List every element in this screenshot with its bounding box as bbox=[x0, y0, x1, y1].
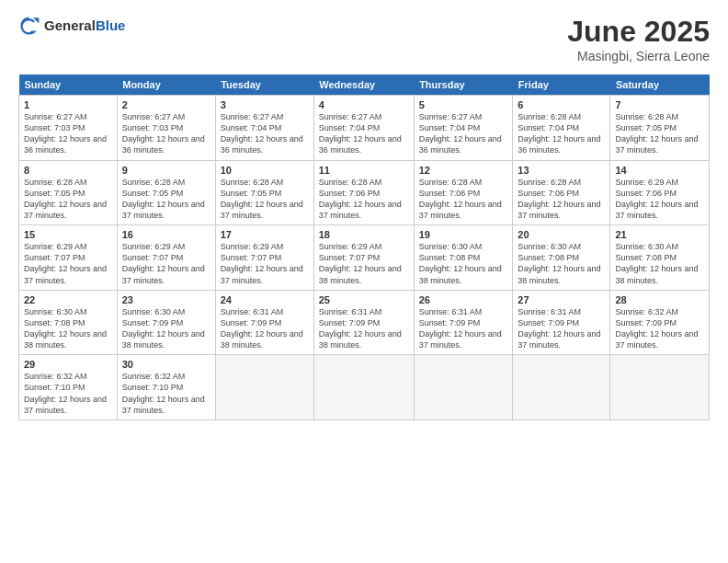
cell-info: Sunrise: 6:28 AMSunset: 7:05 PMDaylight:… bbox=[221, 178, 303, 220]
calendar-table: Sunday Monday Tuesday Wednesday Thursday… bbox=[18, 75, 710, 420]
cell-info: Sunrise: 6:31 AMSunset: 7:09 PMDaylight:… bbox=[319, 307, 402, 350]
table-row: 2 Sunrise: 6:27 AMSunset: 7:03 PMDayligh… bbox=[117, 96, 215, 161]
logo-blue: Blue bbox=[96, 17, 126, 33]
table-row: 23 Sunrise: 6:30 AMSunset: 7:09 PMDaylig… bbox=[117, 290, 215, 355]
logo-icon bbox=[18, 15, 40, 37]
table-row: 29 Sunrise: 6:32 AMSunset: 7:10 PMDaylig… bbox=[19, 355, 118, 420]
header-saturday: Saturday bbox=[610, 75, 710, 96]
cell-info: Sunrise: 6:30 AMSunset: 7:08 PMDaylight:… bbox=[24, 307, 107, 350]
day-number: 12 bbox=[419, 165, 508, 176]
day-number: 8 bbox=[24, 165, 112, 176]
week-row: 1 Sunrise: 6:27 AMSunset: 7:03 PMDayligh… bbox=[19, 96, 710, 161]
cell-info: Sunrise: 6:29 AMSunset: 7:07 PMDaylight:… bbox=[122, 242, 205, 284]
logo-text: GeneralBlue bbox=[44, 17, 125, 34]
day-number: 30 bbox=[122, 359, 210, 370]
day-number: 20 bbox=[518, 229, 605, 240]
table-row: 13 Sunrise: 6:28 AMSunset: 7:06 PMDaylig… bbox=[513, 160, 610, 225]
day-number: 25 bbox=[319, 294, 409, 305]
logo: GeneralBlue bbox=[18, 15, 125, 37]
logo-general: General bbox=[44, 17, 96, 33]
table-row: 18 Sunrise: 6:29 AMSunset: 7:07 PMDaylig… bbox=[313, 225, 414, 291]
day-number: 1 bbox=[24, 99, 112, 110]
table-row: 17 Sunrise: 6:29 AMSunset: 7:07 PMDaylig… bbox=[215, 225, 313, 291]
table-row: 15 Sunrise: 6:29 AMSunset: 7:07 PMDaylig… bbox=[19, 225, 118, 291]
cell-info: Sunrise: 6:31 AMSunset: 7:09 PMDaylight:… bbox=[518, 307, 600, 350]
cell-info: Sunrise: 6:30 AMSunset: 7:08 PMDaylight:… bbox=[615, 242, 698, 284]
table-row: 10 Sunrise: 6:28 AMSunset: 7:05 PMDaylig… bbox=[215, 160, 313, 225]
table-row bbox=[215, 355, 313, 420]
table-row: 16 Sunrise: 6:29 AMSunset: 7:07 PMDaylig… bbox=[117, 225, 215, 291]
table-row: 19 Sunrise: 6:30 AMSunset: 7:08 PMDaylig… bbox=[414, 225, 513, 291]
header-thursday: Thursday bbox=[414, 75, 513, 96]
calendar-subtitle: Masingbi, Sierra Leone bbox=[567, 49, 710, 63]
header-sunday: Sunday bbox=[19, 75, 118, 96]
cell-info: Sunrise: 6:28 AMSunset: 7:04 PMDaylight:… bbox=[518, 112, 600, 155]
cell-info: Sunrise: 6:30 AMSunset: 7:08 PMDaylight:… bbox=[518, 242, 600, 284]
day-number: 3 bbox=[221, 99, 309, 110]
table-row bbox=[313, 355, 414, 420]
header-tuesday: Tuesday bbox=[215, 75, 313, 96]
cell-info: Sunrise: 6:31 AMSunset: 7:09 PMDaylight:… bbox=[419, 307, 502, 350]
cell-info: Sunrise: 6:28 AMSunset: 7:05 PMDaylight:… bbox=[24, 178, 107, 220]
day-number: 16 bbox=[122, 229, 210, 240]
table-row: 22 Sunrise: 6:30 AMSunset: 7:08 PMDaylig… bbox=[19, 290, 118, 355]
table-row bbox=[610, 355, 710, 420]
header-monday: Monday bbox=[117, 75, 215, 96]
header-friday: Friday bbox=[513, 75, 610, 96]
table-row: 27 Sunrise: 6:31 AMSunset: 7:09 PMDaylig… bbox=[513, 290, 610, 355]
cell-info: Sunrise: 6:29 AMSunset: 7:07 PMDaylight:… bbox=[24, 242, 107, 284]
cell-info: Sunrise: 6:27 AMSunset: 7:03 PMDaylight:… bbox=[24, 112, 107, 155]
day-number: 13 bbox=[518, 165, 605, 176]
cell-info: Sunrise: 6:32 AMSunset: 7:10 PMDaylight:… bbox=[122, 372, 205, 414]
week-row: 29 Sunrise: 6:32 AMSunset: 7:10 PMDaylig… bbox=[19, 355, 710, 420]
table-row: 1 Sunrise: 6:27 AMSunset: 7:03 PMDayligh… bbox=[19, 96, 118, 161]
cell-info: Sunrise: 6:29 AMSunset: 7:06 PMDaylight:… bbox=[615, 178, 698, 220]
day-number: 19 bbox=[419, 229, 508, 240]
header-row: Sunday Monday Tuesday Wednesday Thursday… bbox=[19, 75, 710, 96]
cell-info: Sunrise: 6:27 AMSunset: 7:04 PMDaylight:… bbox=[419, 112, 502, 155]
header-wednesday: Wednesday bbox=[313, 75, 414, 96]
table-row bbox=[513, 355, 610, 420]
table-row: 7 Sunrise: 6:28 AMSunset: 7:05 PMDayligh… bbox=[610, 96, 710, 161]
table-row: 12 Sunrise: 6:28 AMSunset: 7:06 PMDaylig… bbox=[414, 160, 513, 225]
table-row: 24 Sunrise: 6:31 AMSunset: 7:09 PMDaylig… bbox=[215, 290, 313, 355]
day-number: 17 bbox=[221, 229, 309, 240]
table-row: 26 Sunrise: 6:31 AMSunset: 7:09 PMDaylig… bbox=[414, 290, 513, 355]
day-number: 10 bbox=[221, 165, 309, 176]
cell-info: Sunrise: 6:28 AMSunset: 7:05 PMDaylight:… bbox=[122, 178, 205, 220]
table-row: 30 Sunrise: 6:32 AMSunset: 7:10 PMDaylig… bbox=[117, 355, 215, 420]
cell-info: Sunrise: 6:27 AMSunset: 7:04 PMDaylight:… bbox=[319, 112, 402, 155]
day-number: 9 bbox=[122, 165, 210, 176]
table-row: 28 Sunrise: 6:32 AMSunset: 7:09 PMDaylig… bbox=[610, 290, 710, 355]
table-row: 25 Sunrise: 6:31 AMSunset: 7:09 PMDaylig… bbox=[313, 290, 414, 355]
week-row: 15 Sunrise: 6:29 AMSunset: 7:07 PMDaylig… bbox=[19, 225, 710, 291]
calendar-page: GeneralBlue June 2025 Masingbi, Sierra L… bbox=[0, 0, 728, 563]
day-number: 21 bbox=[615, 229, 704, 240]
calendar-title: June 2025 bbox=[567, 15, 710, 49]
cell-info: Sunrise: 6:27 AMSunset: 7:04 PMDaylight:… bbox=[221, 112, 303, 155]
day-number: 15 bbox=[24, 229, 112, 240]
table-row: 9 Sunrise: 6:28 AMSunset: 7:05 PMDayligh… bbox=[117, 160, 215, 225]
table-row: 20 Sunrise: 6:30 AMSunset: 7:08 PMDaylig… bbox=[513, 225, 610, 291]
table-row: 11 Sunrise: 6:28 AMSunset: 7:06 PMDaylig… bbox=[313, 160, 414, 225]
title-block: June 2025 Masingbi, Sierra Leone bbox=[567, 15, 710, 63]
table-row: 21 Sunrise: 6:30 AMSunset: 7:08 PMDaylig… bbox=[610, 225, 710, 291]
day-number: 27 bbox=[518, 294, 605, 305]
day-number: 18 bbox=[319, 229, 409, 240]
day-number: 29 bbox=[24, 359, 112, 370]
table-row: 14 Sunrise: 6:29 AMSunset: 7:06 PMDaylig… bbox=[610, 160, 710, 225]
cell-info: Sunrise: 6:32 AMSunset: 7:09 PMDaylight:… bbox=[615, 307, 698, 350]
day-number: 23 bbox=[122, 294, 210, 305]
day-number: 6 bbox=[518, 99, 605, 110]
table-row: 4 Sunrise: 6:27 AMSunset: 7:04 PMDayligh… bbox=[313, 96, 414, 161]
table-row: 6 Sunrise: 6:28 AMSunset: 7:04 PMDayligh… bbox=[513, 96, 610, 161]
cell-info: Sunrise: 6:29 AMSunset: 7:07 PMDaylight:… bbox=[221, 242, 303, 284]
day-number: 22 bbox=[24, 294, 112, 305]
table-row: 5 Sunrise: 6:27 AMSunset: 7:04 PMDayligh… bbox=[414, 96, 513, 161]
table-row bbox=[414, 355, 513, 420]
day-number: 28 bbox=[615, 294, 704, 305]
day-number: 2 bbox=[122, 99, 210, 110]
day-number: 4 bbox=[319, 99, 409, 110]
cell-info: Sunrise: 6:29 AMSunset: 7:07 PMDaylight:… bbox=[319, 242, 402, 284]
cell-info: Sunrise: 6:30 AMSunset: 7:08 PMDaylight:… bbox=[419, 242, 502, 284]
